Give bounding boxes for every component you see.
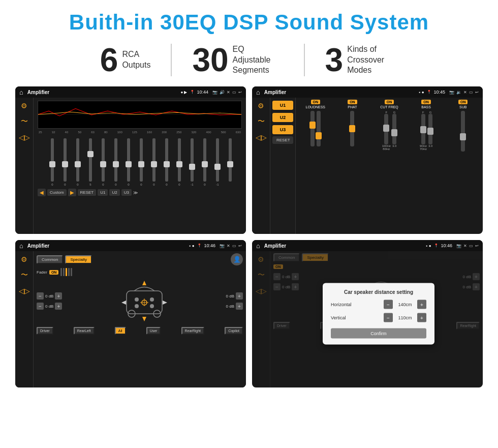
eq-u2-btn[interactable]: U2 — [109, 189, 119, 196]
screen-eq: ⌂ Amplifier ● ▶ 📍 10:44 📷 🔊 ✕ ▭ ↩ ⚙ 〜 ◁▷ — [15, 86, 246, 234]
dialog-confirm-btn[interactable]: Confirm — [331, 328, 426, 339]
left-bottom-minus[interactable]: − — [37, 303, 44, 310]
u1-button[interactable]: U1 — [272, 101, 293, 110]
vertical-minus[interactable]: − — [384, 313, 393, 322]
left-top-minus[interactable]: − — [37, 292, 44, 300]
back-icon-dist[interactable]: ↩ — [475, 244, 479, 248]
crossover-screen-title: Amplifier — [264, 89, 417, 95]
right-top-plus[interactable]: + — [236, 292, 243, 300]
fader-screen-title: Amplifier — [27, 243, 188, 249]
eq-icon-fader[interactable]: ⚙ — [21, 255, 27, 263]
close-icon-dist[interactable]: ✕ — [463, 244, 467, 248]
fader-tab-common[interactable]: Common — [37, 255, 63, 264]
horizontal-minus[interactable]: − — [384, 300, 393, 309]
window-icon-cross[interactable]: ▭ — [469, 90, 473, 95]
phat-slider[interactable] — [350, 111, 354, 146]
close-icon-eq[interactable]: ✕ — [227, 90, 230, 95]
close-icon-cross[interactable]: ✕ — [463, 90, 467, 95]
page-wrapper: Buith-in 30EQ DSP Sound System 6 RCAOutp… — [0, 0, 498, 448]
cross-reset-btn[interactable]: RESET — [272, 136, 293, 144]
crossover-screen-content: ⚙ 〜 ◁▷ U1 U2 U3 RESET ON LOUDNESS — [252, 98, 483, 234]
fader-slider-container — [60, 268, 72, 276]
left-bottom-plus[interactable]: + — [55, 303, 62, 310]
home-icon-cross[interactable]: ⌂ — [256, 88, 260, 96]
cutfreq-toggle[interactable]: ON — [385, 100, 394, 104]
sub-col: ON SUB — [445, 100, 481, 232]
vertical-plus[interactable]: + — [417, 313, 426, 322]
cutfreq-slider2[interactable] — [392, 114, 396, 144]
user-profile-icon[interactable]: 👤 — [231, 253, 243, 265]
svg-rect-21 — [126, 161, 132, 167]
svg-text:0: 0 — [140, 183, 142, 186]
fader-on-badge[interactable]: ON — [49, 270, 59, 275]
wave-icon-dist: 〜 — [258, 271, 265, 280]
phat-toggle[interactable]: ON — [348, 100, 357, 104]
speaker-icon[interactable]: ◁▷ — [19, 133, 30, 141]
cross-controls-area: ON LOUDNESS ON — [296, 98, 483, 234]
bass-toggle[interactable]: ON — [421, 100, 431, 104]
left-bottom-db: − 0 dB + — [37, 303, 62, 310]
bass-slider2[interactable] — [428, 114, 432, 144]
svg-rect-42 — [214, 164, 221, 170]
cross-time: 10:45 — [433, 89, 445, 95]
svg-text:0: 0 — [51, 183, 53, 186]
speaker-icon-fader[interactable]: ◁▷ — [19, 287, 30, 295]
eq-time: 10:44 — [197, 89, 208, 95]
back-icon-fader[interactable]: ↩ — [238, 244, 242, 248]
sub-toggle[interactable]: ON — [458, 100, 468, 104]
location-icon: 📍 — [190, 90, 195, 94]
loudness-toggle[interactable]: ON — [311, 100, 321, 104]
close-icon-fader[interactable]: ✕ — [227, 244, 230, 248]
wave-icon-cross[interactable]: 〜 — [258, 117, 265, 126]
u-buttons-panel: U1 U2 U3 RESET — [270, 98, 296, 234]
horizontal-plus[interactable]: + — [417, 300, 426, 309]
left-top-plus[interactable]: + — [55, 292, 62, 300]
eq-u1-btn[interactable]: U1 — [98, 189, 108, 196]
copilot-btn[interactable]: Copilot — [225, 327, 243, 335]
distance-sidebar: ⚙ 〜 ◁▷ — [252, 251, 270, 387]
horizontal-stepper: − 140cm + — [384, 300, 426, 309]
back-icon-eq[interactable]: ↩ — [238, 90, 242, 95]
window-icon-fader[interactable]: ▭ — [232, 244, 236, 248]
speaker-icon-cross[interactable]: ◁▷ — [256, 133, 267, 141]
wave-icon-fader[interactable]: 〜 — [21, 271, 28, 280]
fader-label-text: Fader — [37, 270, 47, 275]
cutfreq-slider1[interactable] — [384, 114, 388, 144]
wave-icon[interactable]: 〜 — [21, 117, 28, 126]
cutfreq-col: ON CUT FREQ F 100Hz 80Hz — [371, 100, 407, 232]
eq-icon-cross[interactable]: ⚙ — [258, 102, 264, 110]
window-icon[interactable]: ▭ — [232, 90, 236, 95]
window-icon-dist[interactable]: ▭ — [469, 244, 473, 248]
svg-marker-59 — [163, 301, 167, 305]
loudness-slider1[interactable] — [310, 111, 315, 146]
eq-icon[interactable]: ⚙ — [21, 102, 27, 110]
right-bottom-plus[interactable]: + — [236, 303, 243, 310]
rear-left-btn[interactable]: RearLeft — [74, 327, 95, 335]
fader-tab-specialty[interactable]: Specialty — [65, 255, 91, 264]
driver-btn[interactable]: Driver — [37, 327, 53, 335]
eq-reset-btn[interactable]: RESET — [78, 189, 97, 196]
bg-tab-common: Common — [273, 253, 300, 262]
u3-button[interactable]: U3 — [272, 125, 293, 134]
home-icon[interactable]: ⌂ — [19, 88, 23, 96]
eq-u3-btn[interactable]: U3 — [121, 189, 132, 196]
svg-rect-33 — [176, 161, 182, 167]
eq-prev-btn[interactable]: ◀ — [38, 189, 46, 196]
rear-right-btn[interactable]: RearRight — [181, 327, 205, 335]
sub-slider[interactable] — [461, 111, 465, 152]
fader-screen-content: ⚙ 〜 ◁▷ Common Specialty 👤 Fa — [15, 251, 246, 387]
home-icon-fader[interactable]: ⌂ — [19, 242, 23, 250]
home-icon-dist[interactable]: ⌂ — [256, 242, 260, 250]
all-btn[interactable]: All — [115, 327, 126, 335]
bass-slider1[interactable] — [421, 114, 425, 144]
loudness-slider2[interactable] — [317, 111, 321, 146]
back-icon-cross[interactable]: ↩ — [475, 90, 479, 95]
svg-text:0: 0 — [115, 183, 117, 186]
svg-rect-44 — [229, 138, 232, 182]
eq-next-btn[interactable]: ▶ — [68, 189, 76, 196]
u2-button[interactable]: U2 — [272, 113, 293, 122]
user-btn[interactable]: User — [146, 327, 161, 335]
stat-crossover-label: Kinds ofCrossover Modes — [347, 44, 398, 76]
svg-point-52 — [150, 304, 154, 308]
svg-rect-11 — [89, 138, 92, 182]
